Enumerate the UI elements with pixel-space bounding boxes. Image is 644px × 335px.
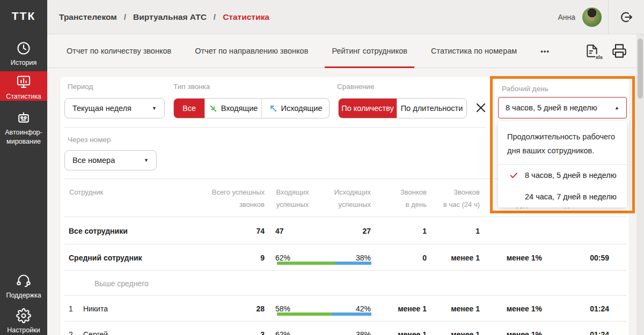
- employee-name: Сергей: [83, 330, 108, 335]
- call-share-bar: [277, 312, 371, 316]
- via-number-select[interactable]: Все номера ▼: [64, 150, 157, 170]
- tab-report-call-direction[interactable]: Отчет по направлению звонков: [188, 34, 315, 68]
- chevron-down-icon: ▼: [144, 158, 149, 163]
- total-calls: 9: [260, 254, 265, 262]
- tab-employee-rating[interactable]: Рейтинг сотрудников: [325, 34, 414, 68]
- more-tabs-button[interactable]: •••: [533, 34, 557, 68]
- headset-icon: [16, 273, 31, 288]
- employee-name: Никита: [83, 304, 108, 313]
- call-type-incoming-button[interactable]: Входящие: [204, 99, 261, 118]
- employee-rating: менее 1%: [507, 304, 542, 313]
- incoming-calls: 47: [275, 227, 284, 235]
- rank: 1: [69, 304, 73, 313]
- col-outgoing-successful: Исходящихуспешных: [334, 186, 371, 211]
- breadcrumb-separator: /: [214, 12, 216, 22]
- via-number-value: Все номера: [72, 156, 115, 165]
- period-select[interactable]: Текущая неделя ▼: [64, 98, 165, 118]
- col-calls-per-hour: Звонковв час (24 ч): [443, 186, 480, 211]
- option-label: 24 часа, 7 дней в неделю: [525, 192, 617, 201]
- sidebar-item-settings[interactable]: Настройки: [0, 304, 47, 335]
- call-type-all-button[interactable]: Все: [174, 99, 204, 118]
- total-calls: 28: [256, 304, 265, 313]
- sidebar-item-support[interactable]: Поддержка: [0, 269, 47, 304]
- working-day-description: Продолжительность рабочего дня ваших сот…: [498, 121, 627, 164]
- logout-icon: [619, 10, 633, 24]
- header-divider: [608, 0, 609, 34]
- sidebar-item-label: Настройки: [7, 326, 40, 335]
- call-share-bar: [277, 262, 371, 265]
- employee-name: Все сотрудники: [69, 227, 128, 235]
- xls-label: xls: [595, 54, 603, 60]
- breadcrumb-page-current: Статистика: [223, 12, 269, 22]
- calls-per-hour: 1: [475, 227, 480, 235]
- scrollbar-thumb[interactable]: [638, 39, 643, 99]
- chevron-down-icon: ▼: [152, 106, 157, 111]
- sidebar-item-label: Статистика: [6, 92, 41, 101]
- export-xls-button[interactable]: xls: [585, 43, 601, 59]
- tab-number-statistics[interactable]: Статистика по номерам: [424, 34, 524, 68]
- table-row: 2 Сергей 3 62% 38% менее 1 менее 1 менее…: [60, 322, 629, 335]
- logout-button[interactable]: [619, 10, 633, 24]
- outgoing-percent: 38%: [356, 254, 371, 262]
- sidebar-item-label: Поддержка: [6, 291, 41, 300]
- calls-per-day: 1: [422, 227, 427, 235]
- sidebar-item-label: История: [11, 58, 36, 68]
- employee-name: Средний сотрудник: [69, 254, 142, 262]
- working-day-value: 8 часов, 5 дней в неделю: [506, 103, 597, 112]
- table-row-all-employees: Все сотрудники 74 47 27 1 1: [60, 217, 629, 244]
- avg-duration: 01:24: [590, 304, 609, 313]
- employee-rating: менее 1%: [507, 254, 542, 262]
- stats-monitor-icon: [16, 75, 31, 90]
- rank: 2: [69, 330, 73, 335]
- working-day-label: Рабочий день: [502, 85, 548, 93]
- breadcrumb-product[interactable]: Виртуальная АТС: [133, 12, 207, 22]
- working-day-option-8h[interactable]: 8 часов, 5 дней в неделю: [498, 165, 627, 186]
- scrollbar-track[interactable]: [636, 34, 644, 335]
- incoming-label: Входящие: [221, 104, 258, 113]
- print-button[interactable]: [612, 43, 628, 59]
- working-day-select[interactable]: 8 часов, 5 дней в неделю ▲: [498, 97, 627, 118]
- comparison-segmented: По количеству По длительности: [338, 98, 467, 118]
- comparison-label: Сравнение: [337, 83, 374, 91]
- clock-icon: [16, 41, 31, 56]
- printer-icon: [612, 43, 628, 58]
- table-row-average-employee: Средний сотрудник 9 62% 38% 0 менее 1 ме…: [60, 244, 629, 271]
- sidebar-item-autoinform[interactable]: Автоинфор-мирование: [0, 106, 47, 151]
- outgoing-label: Исходящие: [281, 104, 323, 113]
- sidebar-item-statistics[interactable]: Статистика: [0, 71, 47, 101]
- table-row: 1 Никита 28 58% 42% менее 1 менее 1 мене…: [60, 296, 629, 322]
- close-icon: [475, 102, 488, 114]
- table-group-row: Выше среднего: [60, 271, 629, 296]
- sidebar-item-history[interactable]: История: [0, 36, 47, 72]
- gear-icon: [16, 308, 31, 323]
- top-header: Транстелеком / Виртуальная АТС / Статист…: [47, 0, 644, 34]
- avatar[interactable]: [582, 8, 602, 27]
- calls-per-hour: менее 1: [451, 330, 480, 335]
- sidebar: ТТК История Статистика Автоинфор-мирован…: [0, 0, 47, 335]
- call-type-outgoing-button[interactable]: Исходящие: [261, 99, 329, 118]
- group-label: Выше среднего: [94, 279, 149, 288]
- calls-per-day: менее 1: [398, 330, 427, 335]
- comparison-by-duration-button[interactable]: По длительности: [397, 99, 466, 118]
- breadcrumb-company[interactable]: Транстелеком: [59, 12, 117, 22]
- calls-per-hour: менее 1: [451, 304, 480, 313]
- working-day-option-24h[interactable]: 24 часа, 7 дней в неделю: [498, 186, 627, 207]
- via-number-label: Через номер: [68, 136, 111, 144]
- incoming-percent: 58%: [275, 304, 290, 313]
- total-calls: 74: [256, 227, 265, 235]
- incoming-call-icon: [209, 104, 217, 113]
- incoming-share-bar: [277, 312, 332, 316]
- comparison-by-count-button[interactable]: По количеству: [339, 99, 397, 118]
- click-highlight-overlay: Рабочий день 8 часов, 5 дней в неделю ▲ …: [490, 76, 635, 213]
- outgoing-percent: 42%: [356, 304, 371, 313]
- period-label: Период: [68, 83, 93, 91]
- tab-bar: Отчет по количеству звонков Отчет по нап…: [47, 34, 644, 68]
- incoming-percent: 62%: [275, 254, 290, 262]
- filters-divider: [64, 127, 486, 128]
- col-total-successful: Всего успешныхзвонков: [212, 186, 265, 211]
- clear-filter-button[interactable]: [475, 102, 488, 115]
- outgoing-share-bar: [332, 312, 371, 316]
- tab-report-call-count[interactable]: Отчет по количеству звонков: [60, 34, 178, 68]
- incoming-share-bar: [277, 262, 335, 265]
- col-incoming-successful: Входящихуспешных: [267, 186, 318, 211]
